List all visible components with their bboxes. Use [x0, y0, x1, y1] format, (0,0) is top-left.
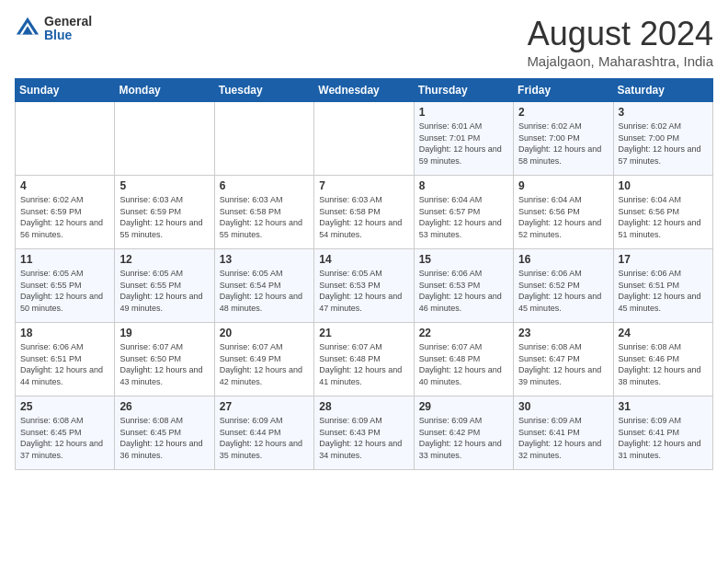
logo-blue-text: Blue	[44, 29, 92, 42]
logo-icon	[15, 16, 40, 41]
day-number: 18	[20, 327, 109, 339]
day-info: Sunrise: 6:08 AMSunset: 6:45 PMDaylight:…	[119, 415, 209, 461]
logo-general-text: General	[44, 15, 92, 29]
calendar-cell: 17Sunrise: 6:06 AMSunset: 6:51 PMDayligh…	[613, 249, 712, 323]
day-number: 25	[20, 400, 109, 413]
day-info: Sunrise: 6:08 AMSunset: 6:45 PMDaylight:…	[20, 415, 109, 461]
day-number: 16	[518, 253, 608, 266]
calendar-cell: 19Sunrise: 6:07 AMSunset: 6:50 PMDayligh…	[115, 323, 214, 396]
calendar-cell: 9Sunrise: 6:04 AMSunset: 6:56 PMDaylight…	[514, 176, 613, 249]
calendar-cell	[214, 102, 313, 176]
day-number: 20	[220, 327, 309, 339]
calendar-cell: 15Sunrise: 6:06 AMSunset: 6:53 PMDayligh…	[414, 249, 513, 323]
calendar-cell: 3Sunrise: 6:02 AMSunset: 7:00 PMDaylight…	[613, 102, 712, 176]
day-info: Sunrise: 6:06 AMSunset: 6:53 PMDaylight:…	[419, 268, 508, 314]
day-number: 30	[518, 400, 608, 413]
calendar-cell: 2Sunrise: 6:02 AMSunset: 7:00 PMDaylight…	[514, 102, 613, 176]
day-info: Sunrise: 6:09 AMSunset: 6:41 PMDaylight:…	[619, 415, 708, 461]
day-number: 11	[20, 253, 109, 266]
header-day-monday: Monday	[115, 79, 214, 102]
day-info: Sunrise: 6:05 AMSunset: 6:53 PMDaylight:…	[319, 268, 408, 314]
day-number: 27	[220, 400, 309, 413]
day-number: 12	[119, 253, 209, 266]
day-info: Sunrise: 6:02 AMSunset: 7:00 PMDaylight:…	[518, 121, 608, 167]
logo-text: General Blue	[44, 15, 92, 43]
logo: General Blue	[15, 15, 92, 43]
day-info: Sunrise: 6:05 AMSunset: 6:55 PMDaylight:…	[119, 268, 209, 314]
day-info: Sunrise: 6:06 AMSunset: 6:52 PMDaylight:…	[518, 268, 608, 314]
day-number: 28	[319, 400, 408, 413]
day-info: Sunrise: 6:07 AMSunset: 6:49 PMDaylight:…	[220, 341, 309, 387]
calendar-cell: 30Sunrise: 6:09 AMSunset: 6:41 PMDayligh…	[514, 396, 613, 470]
day-info: Sunrise: 6:04 AMSunset: 6:56 PMDaylight:…	[619, 194, 708, 240]
title-section: August 2024 Majalgaon, Maharashtra, Indi…	[527, 15, 713, 69]
calendar-cell: 28Sunrise: 6:09 AMSunset: 6:43 PMDayligh…	[314, 396, 414, 470]
header-day-friday: Friday	[514, 79, 613, 102]
day-number: 14	[319, 253, 408, 266]
day-number: 17	[619, 253, 708, 266]
calendar-cell: 11Sunrise: 6:05 AMSunset: 6:55 PMDayligh…	[16, 249, 115, 323]
calendar-cell: 18Sunrise: 6:06 AMSunset: 6:51 PMDayligh…	[16, 323, 115, 396]
day-number: 15	[419, 253, 508, 266]
week-row-1: 1Sunrise: 6:01 AMSunset: 7:01 PMDaylight…	[16, 102, 713, 176]
day-info: Sunrise: 6:05 AMSunset: 6:55 PMDaylight:…	[20, 268, 109, 314]
day-info: Sunrise: 6:03 AMSunset: 6:58 PMDaylight:…	[319, 194, 408, 240]
calendar-cell: 27Sunrise: 6:09 AMSunset: 6:44 PMDayligh…	[214, 396, 313, 470]
page-header: General Blue August 2024 Majalgaon, Maha…	[15, 15, 713, 69]
location-subtitle: Majalgaon, Maharashtra, India	[527, 53, 713, 69]
day-number: 24	[619, 327, 708, 339]
calendar-cell: 7Sunrise: 6:03 AMSunset: 6:58 PMDaylight…	[314, 176, 414, 249]
calendar-cell: 10Sunrise: 6:04 AMSunset: 6:56 PMDayligh…	[613, 176, 712, 249]
week-row-2: 4Sunrise: 6:02 AMSunset: 6:59 PMDaylight…	[16, 176, 713, 249]
calendar-cell: 5Sunrise: 6:03 AMSunset: 6:59 PMDaylight…	[115, 176, 214, 249]
week-row-3: 11Sunrise: 6:05 AMSunset: 6:55 PMDayligh…	[16, 249, 713, 323]
calendar-cell	[16, 102, 115, 176]
day-info: Sunrise: 6:09 AMSunset: 6:44 PMDaylight:…	[220, 415, 309, 461]
day-info: Sunrise: 6:09 AMSunset: 6:43 PMDaylight:…	[319, 415, 408, 461]
month-year-title: August 2024	[527, 15, 713, 53]
day-info: Sunrise: 6:08 AMSunset: 6:47 PMDaylight:…	[518, 341, 608, 387]
day-info: Sunrise: 6:09 AMSunset: 6:42 PMDaylight:…	[419, 415, 508, 461]
day-number: 13	[220, 253, 309, 266]
header-day-thursday: Thursday	[414, 79, 513, 102]
calendar-cell: 23Sunrise: 6:08 AMSunset: 6:47 PMDayligh…	[514, 323, 613, 396]
calendar-cell: 24Sunrise: 6:08 AMSunset: 6:46 PMDayligh…	[613, 323, 712, 396]
day-info: Sunrise: 6:07 AMSunset: 6:50 PMDaylight:…	[119, 341, 209, 387]
day-number: 2	[518, 106, 608, 119]
header-day-sunday: Sunday	[16, 79, 115, 102]
day-number: 5	[119, 179, 209, 192]
day-number: 4	[20, 179, 109, 192]
calendar-cell	[115, 102, 214, 176]
day-number: 26	[119, 400, 209, 413]
calendar-cell: 8Sunrise: 6:04 AMSunset: 6:57 PMDaylight…	[414, 176, 513, 249]
week-row-5: 25Sunrise: 6:08 AMSunset: 6:45 PMDayligh…	[16, 396, 713, 470]
week-row-4: 18Sunrise: 6:06 AMSunset: 6:51 PMDayligh…	[16, 323, 713, 396]
calendar-cell: 20Sunrise: 6:07 AMSunset: 6:49 PMDayligh…	[214, 323, 313, 396]
day-number: 6	[220, 179, 309, 192]
calendar-cell: 22Sunrise: 6:07 AMSunset: 6:48 PMDayligh…	[414, 323, 513, 396]
day-info: Sunrise: 6:02 AMSunset: 6:59 PMDaylight:…	[20, 194, 109, 240]
day-info: Sunrise: 6:04 AMSunset: 6:56 PMDaylight:…	[518, 194, 608, 240]
header-day-tuesday: Tuesday	[214, 79, 313, 102]
calendar-cell: 6Sunrise: 6:03 AMSunset: 6:58 PMDaylight…	[214, 176, 313, 249]
day-info: Sunrise: 6:05 AMSunset: 6:54 PMDaylight:…	[220, 268, 309, 314]
header-day-saturday: Saturday	[613, 79, 712, 102]
day-info: Sunrise: 6:07 AMSunset: 6:48 PMDaylight:…	[319, 341, 408, 387]
day-number: 22	[419, 327, 508, 339]
calendar-cell: 13Sunrise: 6:05 AMSunset: 6:54 PMDayligh…	[214, 249, 313, 323]
header-day-wednesday: Wednesday	[314, 79, 414, 102]
day-number: 23	[518, 327, 608, 339]
day-info: Sunrise: 6:09 AMSunset: 6:41 PMDaylight:…	[518, 415, 608, 461]
calendar-table: SundayMondayTuesdayWednesdayThursdayFrid…	[15, 78, 713, 470]
day-number: 21	[319, 327, 408, 339]
calendar-header: SundayMondayTuesdayWednesdayThursdayFrid…	[16, 79, 713, 102]
day-info: Sunrise: 6:06 AMSunset: 6:51 PMDaylight:…	[20, 341, 109, 387]
calendar-cell: 26Sunrise: 6:08 AMSunset: 6:45 PMDayligh…	[115, 396, 214, 470]
day-number: 9	[518, 179, 608, 192]
calendar-cell: 4Sunrise: 6:02 AMSunset: 6:59 PMDaylight…	[16, 176, 115, 249]
day-info: Sunrise: 6:01 AMSunset: 7:01 PMDaylight:…	[419, 121, 508, 167]
day-info: Sunrise: 6:04 AMSunset: 6:57 PMDaylight:…	[419, 194, 508, 240]
day-number: 19	[119, 327, 209, 339]
calendar-cell: 29Sunrise: 6:09 AMSunset: 6:42 PMDayligh…	[414, 396, 513, 470]
day-info: Sunrise: 6:03 AMSunset: 6:58 PMDaylight:…	[220, 194, 309, 240]
